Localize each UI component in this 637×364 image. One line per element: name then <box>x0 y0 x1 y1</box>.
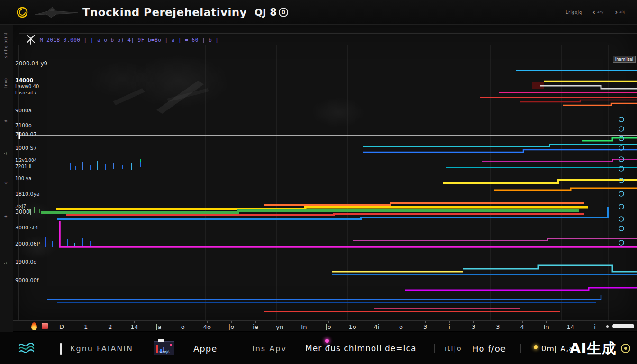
y-axis-label: 2000.06P <box>15 241 40 247</box>
toolbar-separator <box>242 344 242 353</box>
y-axis-labels: 2000.04 y914000Laww0 40Lasresol 79000a71… <box>14 0 71 332</box>
watermark-circle-icon <box>621 344 630 353</box>
x-axis-label: 2 <box>108 323 112 330</box>
x-axis-label: ie <box>253 323 258 330</box>
sidebar-label: 4 <box>4 152 8 155</box>
toolbar-item-ins-apv[interactable]: Ins Apv <box>252 332 287 364</box>
sidebar-label: + <box>4 214 8 218</box>
x-axis-label: D <box>59 323 64 330</box>
y-axis-label: 3000| <box>15 209 32 215</box>
bottom-toolbar: Kgnu FAIANIN Iwonj6 Appe Ins Apv Mer đus… <box>0 332 637 364</box>
y-axis-label: 1000 S7 <box>15 145 36 151</box>
topbar: Tnockind Perejehelativiny QJ 8 0 Lrlgojq… <box>0 0 637 25</box>
y-axis-label: 9000a <box>15 108 32 114</box>
toolbar-separator <box>520 344 521 353</box>
y-axis-label: 1810.0ya <box>15 191 40 197</box>
x-axis-label: yn <box>276 323 283 330</box>
topbar-right-group: Lrlgojq ‹ 4by › 49j <box>566 0 626 25</box>
toolbar-item-aa[interactable]: 0m| A,a <box>541 332 574 364</box>
scrollbar-dot <box>606 325 609 328</box>
left-sidebar: s nhg bsinllnood4e+4 <box>0 25 13 364</box>
title-badge-number: 8 <box>270 7 277 18</box>
pink-dot-icon <box>325 339 329 343</box>
x-axis-label: i <box>448 323 450 330</box>
nav-prev-button[interactable]: ‹ 4by <box>592 8 604 17</box>
x-axis-label: 3 <box>496 323 500 330</box>
x-axis-label: |o <box>228 323 234 330</box>
h-scrollbar-thumb[interactable] <box>612 324 634 328</box>
toolbar-item-ho-prefix: ıtl|o <box>445 332 462 364</box>
x-axis-label: 14 <box>567 323 575 330</box>
x-axis-label: In <box>301 323 307 330</box>
mini-pink-dot <box>170 344 172 346</box>
y-axis-label: Lasresol 7 <box>15 91 37 95</box>
chart-area[interactable] <box>13 25 637 320</box>
asterisk-icon <box>26 33 36 45</box>
jet-logo-icon <box>35 5 79 19</box>
sidebar-label: d <box>4 119 8 122</box>
toolbar-item-appe[interactable]: Appe <box>193 332 217 364</box>
sidebar-label: e <box>4 181 8 184</box>
mini-flag-icon <box>158 339 164 342</box>
y-axis-label: 7201 lL <box>15 164 33 169</box>
title-badge-prefix: QJ <box>255 7 266 18</box>
y-axis-label: 14000 <box>15 77 33 83</box>
y-axis-label: 1.2v1.004 <box>15 158 36 163</box>
x-axis-label: 4o <box>203 323 211 330</box>
toolbar-item-kgnu[interactable]: Kgnu FAIANIN <box>70 332 133 364</box>
y-axis-label: 9000.00f <box>15 277 38 283</box>
flame-icon <box>31 322 37 330</box>
nav-next-button[interactable]: › 49j <box>614 8 626 17</box>
y-axis-label: Laww0 40 <box>15 84 39 89</box>
x-axis-label: 3 <box>472 323 475 330</box>
mini-chart-icon[interactable]: Iwonj6 <box>154 341 174 355</box>
x-axis-label: |o <box>325 323 331 330</box>
app-window: Tnockind Perejehelativiny QJ 8 0 Lrlgojq… <box>0 0 637 364</box>
y-axis-label: 2000.04 y9 <box>15 60 47 67</box>
x-axis-label: o <box>399 323 403 330</box>
mini-chart-caption: Iwonj6 <box>154 350 174 354</box>
x-axis-label: 14 <box>130 323 138 330</box>
toolbar-separator <box>434 344 435 353</box>
x-axis-label: 4 <box>520 323 524 330</box>
x-axis-label: In <box>544 323 549 330</box>
x-axis[interactable]: D1214|ao4o|oieynIn|o1o4io3i334In14i <box>13 320 637 332</box>
x-axis-label: 4i <box>374 323 380 330</box>
waves-icon[interactable] <box>18 332 35 364</box>
y-axis-label: 7100o <box>15 122 32 128</box>
toolbar-item-mer[interactable]: Mer đus chImnoil de=Ica <box>305 332 416 364</box>
y-axis-label: 7000.07 <box>15 131 37 137</box>
red-lamp-icon <box>42 323 48 329</box>
sidebar-label: s nhg bsinl <box>4 32 8 58</box>
chevron-right-icon: › <box>615 9 618 16</box>
y-axis-label: 1900.0d <box>15 259 36 265</box>
app-title: Tnockind Perejehelativiny <box>82 6 247 18</box>
x-axis-label: 3 <box>423 323 427 330</box>
x-axis-label: |a <box>155 323 161 330</box>
topbar-right-label: Lrlgojq <box>566 10 582 15</box>
sidebar-label: lnoo <box>4 78 8 88</box>
title-badge-circled: 0 <box>279 8 288 17</box>
formula-readout: M 2018 0.000 | | a o b o) 4| 9F b=8o | a… <box>40 37 219 43</box>
toolbar-item-ho[interactable]: Ho f/oe <box>472 332 506 364</box>
y-axis-label: 100 ya <box>15 176 31 181</box>
y-axis-label: ,4x|7 <box>15 204 26 209</box>
status-ring-icon[interactable] <box>16 6 28 18</box>
x-axis-label: 1 <box>84 323 88 330</box>
legend-chip: Ihamlizel <box>613 56 636 63</box>
nav-next-caption: 49j <box>619 11 625 14</box>
toolbar-divider-bar <box>60 343 62 355</box>
y-axis-label: 3000 st4 <box>15 225 38 231</box>
x-axis-label: i <box>594 323 596 330</box>
yellow-dot-icon <box>534 345 538 349</box>
x-axis-label: 1o <box>349 323 356 330</box>
nav-prev-caption: 4by <box>597 11 603 14</box>
chevron-left-icon: ‹ <box>592 9 595 16</box>
ai-watermark: AI生成 <box>570 332 616 364</box>
x-axis-label: o <box>181 323 185 330</box>
sidebar-label: 4 <box>4 262 8 264</box>
